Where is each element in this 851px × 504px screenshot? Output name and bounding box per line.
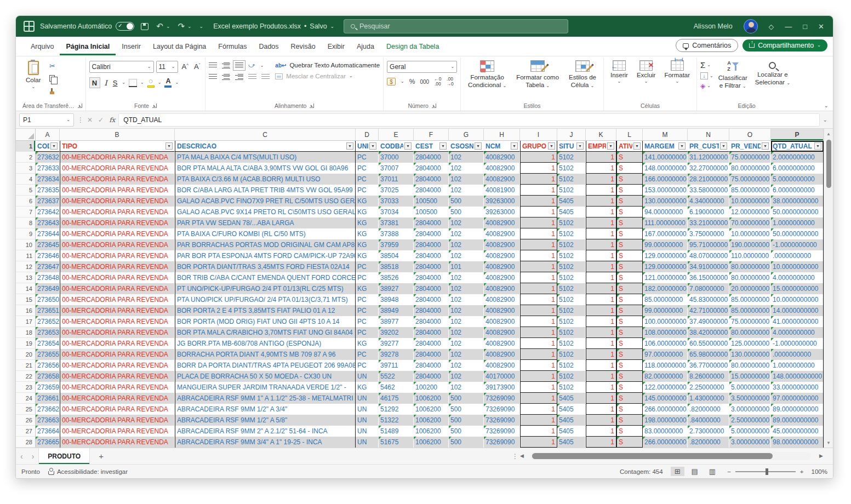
cell-G12[interactable]: 101 — [449, 261, 484, 272]
font-color-button[interactable]: A — [164, 78, 172, 88]
scroll-up-icon[interactable]: ▲ — [824, 129, 833, 139]
cell-L20[interactable]: S — [616, 349, 643, 360]
cell-G15[interactable]: 102 — [449, 294, 484, 305]
cell-J25[interactable]: 5405 — [557, 404, 586, 415]
redo-button[interactable]: ↷ — [178, 21, 185, 31]
cell-C17[interactable]: BOR PORTA (MOD ORIG) FIAT UNO GII 4PTS 1… — [175, 316, 356, 327]
cell-F17[interactable]: 2804000 — [414, 316, 449, 327]
cell-M2[interactable]: 141.00000000 — [643, 152, 688, 163]
cell-K21[interactable]: 1 — [586, 360, 616, 371]
vertical-scroll-thumb[interactable] — [826, 140, 831, 188]
row-number-1[interactable]: 1 — [16, 141, 36, 152]
cell-B20[interactable]: 00-MERCADORIA PARA REVENDA — [60, 349, 175, 360]
cell-P5[interactable]: 6.0000000000 — [771, 185, 824, 196]
sheet-tab-produto[interactable]: PRODUTO — [38, 448, 90, 465]
cell-G20[interactable]: 102 — [449, 349, 484, 360]
cell-H23[interactable]: 39173900 — [484, 382, 520, 393]
normal-view-button[interactable]: ⊞ — [671, 467, 684, 476]
row-number-21[interactable]: 21 — [16, 360, 36, 371]
cell-M12[interactable]: 129.00000000 — [643, 261, 688, 272]
cell-M10[interactable]: 99.00000000 — [643, 239, 688, 250]
cell-F4[interactable]: 2804000 — [414, 174, 449, 185]
filter-dropdown-icon[interactable]: ▼ — [369, 142, 376, 150]
cell-O10[interactable]: 190.0000000 — [729, 239, 771, 250]
cell-G27[interactable]: 500 — [449, 426, 484, 437]
cell-H15[interactable]: 40082900 — [484, 294, 520, 305]
cell-O27[interactable]: 5.000000000 — [729, 426, 771, 437]
cell-I2[interactable]: 1 — [520, 152, 557, 163]
row-number-2[interactable]: 2 — [16, 152, 36, 163]
cell-O5[interactable]: 85.00000000 — [729, 185, 771, 196]
cell-F7[interactable]: 100500 — [414, 207, 449, 217]
cell-B22[interactable]: 00-MERCADORIA PARA REVENDA — [60, 371, 175, 382]
cell-K9[interactable]: 1 — [586, 228, 616, 239]
cell-H5[interactable]: 40081900 — [484, 185, 520, 196]
cell-M8[interactable]: 111.00000000 — [643, 217, 688, 228]
cell-F14[interactable]: 2804000 — [414, 283, 449, 294]
cell-N11[interactable]: 48.07000000 — [688, 250, 729, 261]
cell-H3[interactable]: 40082900 — [484, 163, 520, 174]
cell-G2[interactable]: 102 — [449, 152, 484, 163]
cell-K3[interactable]: 1 — [586, 163, 616, 174]
cell-I21[interactable]: 1 — [520, 360, 557, 371]
filter-dropdown-icon[interactable]: ▼ — [404, 142, 412, 150]
cell-I5[interactable]: 1 — [520, 185, 557, 196]
cell-E7[interactable]: 37034 — [379, 207, 414, 217]
filter-dropdown-icon[interactable]: ▼ — [633, 142, 641, 150]
cell-P16[interactable]: 14.0000000000 — [771, 305, 824, 316]
cell-K16[interactable]: 1 — [586, 305, 616, 316]
cell-B3[interactable]: 00-MERCADORIA PARA REVENDA — [60, 163, 175, 174]
cell-G4[interactable]: 102 — [449, 174, 484, 185]
cell-C9[interactable]: PTA BAIXA C/FURO KOMBI (RL C/50 MTS) — [175, 228, 356, 239]
cell-F8[interactable]: 2804000 — [414, 217, 449, 228]
cell-L27[interactable]: S — [616, 426, 643, 437]
cell-E22[interactable]: 5522 — [379, 371, 414, 382]
cell-I28[interactable]: 1 — [520, 437, 557, 448]
column-letter-O[interactable]: O — [729, 129, 771, 141]
cell-M23[interactable]: 122.00000000 — [643, 382, 688, 393]
cell-F22[interactable]: 2804000 — [414, 371, 449, 382]
cell-A2[interactable]: 273632 — [36, 152, 60, 163]
cell-M16[interactable]: 99.00000000 — [643, 305, 688, 316]
cell-G9[interactable]: 102 — [449, 228, 484, 239]
name-box[interactable]: P1⌄ — [19, 113, 74, 127]
cell-E24[interactable]: 46175 — [379, 393, 414, 404]
cell-H9[interactable]: 40082900 — [484, 228, 520, 239]
vertical-scrollbar[interactable]: ▲ ▼ — [824, 129, 833, 448]
header-cell-GRUPO[interactable]: GRUPO▼ — [520, 141, 557, 152]
cell-M13[interactable]: 121.00000000 — [643, 272, 688, 283]
cell-F20[interactable]: 2804000 — [414, 349, 449, 360]
cell-O25[interactable]: 3.000000000 — [729, 404, 771, 415]
cell-J22[interactable]: 5102 — [557, 371, 586, 382]
filter-dropdown-icon[interactable]: ▼ — [475, 142, 482, 150]
tab-design-da-tabela[interactable]: Design da Tabela — [380, 38, 445, 55]
cut-button[interactable]: ✂ — [46, 61, 58, 71]
cell-D9[interactable]: KG — [356, 228, 379, 239]
cell-K24[interactable]: 1 — [586, 393, 616, 404]
cell-D13[interactable]: PC — [356, 272, 379, 283]
cell-B18[interactable]: 00-MERCADORIA PARA REVENDA — [60, 327, 175, 338]
cell-A24[interactable]: 273661 — [36, 393, 60, 404]
font-dialog-launcher-icon[interactable] — [152, 104, 157, 108]
cell-H22[interactable]: 40170000 — [484, 371, 520, 382]
cell-L4[interactable]: S — [616, 174, 643, 185]
document-title[interactable]: Excel exemplo Produtos.xlsx • Salvo ⌄ — [213, 22, 334, 30]
header-cell-CSOSN[interactable]: CSOSN▼ — [449, 141, 484, 152]
tab-arquivo[interactable]: Arquivo — [25, 38, 60, 55]
formula-input[interactable]: QTD_ATUAL — [118, 113, 819, 127]
cell-A25[interactable]: 273662 — [36, 404, 60, 415]
tab-exibir[interactable]: Exibir — [322, 38, 351, 55]
filter-dropdown-icon[interactable]: ▼ — [50, 142, 58, 150]
cell-C8[interactable]: PAR PTA VW SEDAN 78/...ABA LARGA — [175, 217, 356, 228]
cell-M3[interactable]: 148.00000000 — [643, 163, 688, 174]
cell-P11[interactable]: .0000000000 — [771, 250, 824, 261]
cell-C28[interactable]: ABRACADEIRA RSF 9MM 3/4" A 1" 19-25 - IN… — [175, 437, 356, 448]
row-number-16[interactable]: 16 — [16, 305, 36, 316]
fill-color-button[interactable]: ◌ — [147, 78, 155, 88]
cell-F26[interactable]: 1006200 — [414, 415, 449, 426]
cell-P25[interactable]: 89.0000000000 — [771, 404, 824, 415]
cell-N5[interactable]: 33.58000000 — [688, 185, 729, 196]
cell-I17[interactable]: 1 — [520, 316, 557, 327]
column-letter-P[interactable]: P — [771, 129, 824, 141]
cell-F12[interactable]: 2804000 — [414, 261, 449, 272]
